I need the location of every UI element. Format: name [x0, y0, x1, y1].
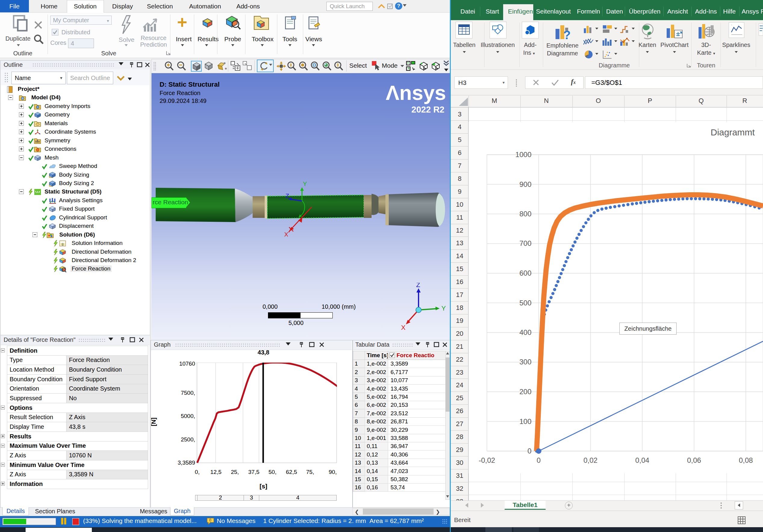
svg-text:0,08: 0,08	[739, 456, 753, 464]
svg-text:900: 900	[519, 180, 531, 188]
svg-text:Y: Y	[303, 181, 307, 187]
svg-text:Diagrammt: Diagrammt	[710, 127, 755, 137]
svg-text:0: 0	[537, 456, 540, 464]
svg-text:0,02: 0,02	[584, 456, 598, 464]
svg-text:X: X	[284, 231, 288, 238]
svg-text:200: 200	[519, 388, 531, 396]
svg-text:0: 0	[209, 518, 211, 522]
svg-text:0,06: 0,06	[687, 456, 701, 464]
svg-text:0: 0	[527, 447, 531, 455]
svg-text:?: ?	[563, 28, 571, 41]
svg-text:500: 500	[519, 299, 531, 307]
svg-text:300: 300	[519, 358, 531, 366]
svg-text:i: i	[62, 242, 63, 246]
svg-text:-0,02: -0,02	[479, 456, 495, 464]
svg-text:800: 800	[519, 210, 531, 218]
svg-text:1000: 1000	[515, 150, 531, 159]
svg-text:0,04: 0,04	[635, 456, 649, 464]
svg-text:Y: Y	[441, 305, 446, 312]
svg-text:100: 100	[519, 417, 531, 425]
svg-text:Z: Z	[416, 283, 420, 289]
svg-text:700: 700	[519, 239, 531, 247]
svg-text:600: 600	[519, 269, 531, 277]
svg-text:Z: Z	[285, 193, 289, 199]
svg-text:400: 400	[519, 328, 531, 336]
svg-text:X: X	[401, 324, 405, 331]
